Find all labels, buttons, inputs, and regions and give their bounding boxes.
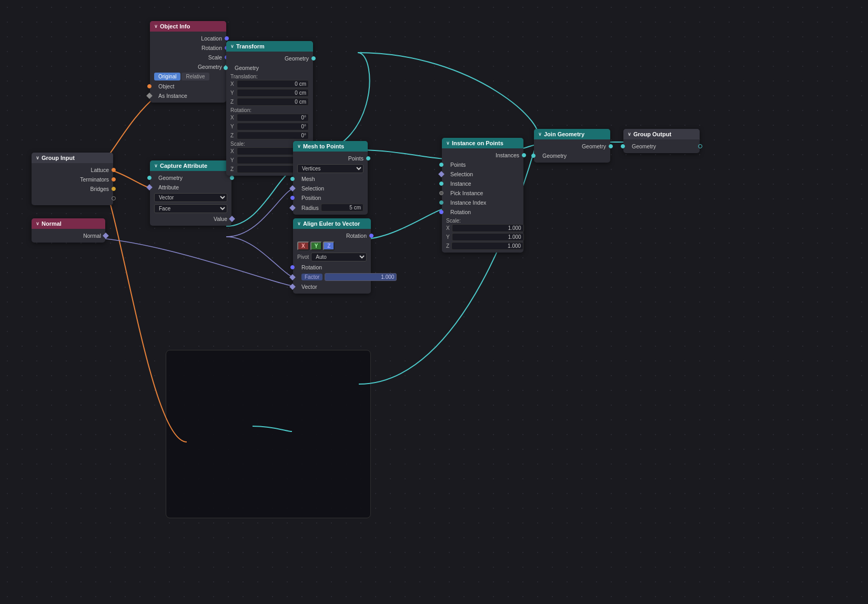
iop-sel-socket bbox=[438, 171, 444, 177]
mtp-mode-dropdown[interactable]: Vertices bbox=[297, 164, 364, 173]
go-geom-in-socket bbox=[621, 144, 625, 148]
ca-face-dropdown[interactable]: Face bbox=[154, 204, 227, 213]
oi-location-socket bbox=[225, 36, 229, 41]
rot-z-input[interactable] bbox=[237, 132, 309, 139]
iop-instances-socket bbox=[522, 153, 526, 157]
axis-y-button[interactable]: Y bbox=[310, 241, 322, 250]
trans-z-row: Z bbox=[226, 97, 313, 106]
iop-header: ∨ Instance on Points bbox=[442, 138, 523, 148]
oi-scale-row: Scale bbox=[150, 53, 226, 62]
oi-asinstance-row: As Instance bbox=[150, 91, 226, 100]
rot-x-row: X bbox=[226, 113, 313, 122]
ae-vector-row: Vector bbox=[293, 282, 371, 291]
oi-buttons: Original Relative bbox=[154, 73, 222, 80]
ae-pivot-dropdown[interactable]: Auto bbox=[311, 253, 367, 261]
ae-factor-input[interactable] bbox=[325, 273, 397, 281]
transform-geom-in: Geometry bbox=[226, 63, 313, 73]
ca-value-socket bbox=[229, 216, 235, 222]
oi-object-socket bbox=[147, 84, 152, 88]
iop-scale-x: X bbox=[442, 224, 523, 233]
mtp-mesh-socket bbox=[290, 177, 295, 181]
align-euler-header: ∨ Align Euler to Vector bbox=[293, 218, 371, 229]
align-euler-node: ∨ Align Euler to Vector Rotation X Y Z P… bbox=[293, 218, 371, 294]
iop-scale-y: Y bbox=[442, 233, 523, 241]
capture-attribute-node: ∨ Capture Attribute Geometry Attribute V… bbox=[150, 160, 231, 226]
iop-pick-row: Pick Instance bbox=[442, 188, 523, 198]
jg-geom-in-socket bbox=[531, 154, 536, 158]
ae-rotation-out: Rotation bbox=[293, 231, 371, 240]
mtp-radius-socket bbox=[289, 205, 295, 210]
iop-rotation-row: Rotation bbox=[442, 207, 523, 217]
transform-geom-out: Geometry bbox=[226, 54, 313, 63]
ae-rotation-in: Rotation bbox=[293, 263, 371, 272]
bridges-socket bbox=[112, 187, 116, 191]
relative-button[interactable]: Relative bbox=[181, 73, 209, 80]
mtp-position-row: Position bbox=[293, 193, 368, 203]
stuck-here-box: Stuck Here ∨ Object Info Location Rotati… bbox=[166, 350, 371, 518]
iop-scale-y-input[interactable] bbox=[452, 233, 524, 241]
transform-geom-in-socket bbox=[224, 66, 228, 70]
iop-selection-row: Selection bbox=[442, 169, 523, 179]
mtp-pos-socket bbox=[290, 196, 295, 200]
group-input-header: ∨ Group Input bbox=[32, 153, 113, 163]
mtp-sel-socket bbox=[289, 185, 295, 191]
group-input-terminators-row: Terminators bbox=[32, 175, 113, 184]
group-input-node: ∨ Group Input Lattuce Terminators Bridge… bbox=[32, 153, 113, 205]
oi-object-row: Object bbox=[150, 82, 226, 91]
ca-attribute-row: Attribute bbox=[150, 183, 231, 192]
mtp-radius-input[interactable] bbox=[321, 204, 364, 212]
group-input-bridges-row: Bridges bbox=[32, 184, 113, 194]
axis-buttons: X Y Z bbox=[293, 240, 371, 251]
iop-pick-socket bbox=[439, 191, 443, 195]
rot-z-row: Z bbox=[226, 131, 313, 140]
ae-factor-row: Factor bbox=[293, 272, 371, 282]
trans-x-row: X bbox=[226, 79, 313, 88]
transform-header: ∨ Transform bbox=[226, 41, 313, 52]
iop-index-row: Instance Index bbox=[442, 198, 523, 207]
object-info-top-node: ∨ Object Info Location Rotation Scale Ge… bbox=[150, 21, 226, 103]
go-geom-in: Geometry bbox=[623, 142, 700, 151]
mesh-to-points-header: ∨ Mesh to Points bbox=[293, 141, 368, 152]
normal-node: ∨ Normal Normal bbox=[32, 218, 105, 243]
mtp-points-socket bbox=[366, 156, 370, 160]
ca-vector-dropdown[interactable]: Vector bbox=[154, 193, 227, 202]
iop-index-socket bbox=[439, 200, 443, 205]
trans-y-row: Y bbox=[226, 88, 313, 97]
lattuce-socket bbox=[112, 168, 116, 172]
axis-z-button[interactable]: Z bbox=[323, 241, 335, 250]
mtp-selection-row: Selection bbox=[293, 184, 368, 193]
axis-x-button[interactable]: X bbox=[297, 241, 309, 250]
trans-y-input[interactable] bbox=[237, 89, 309, 97]
iop-points-socket bbox=[439, 163, 443, 167]
object-info-top-header: ∨ Object Info bbox=[150, 21, 226, 32]
group-input-extra-row bbox=[32, 194, 113, 203]
ae-factor-label: Factor bbox=[301, 274, 322, 280]
normal-socket bbox=[103, 233, 108, 238]
node-editor-canvas[interactable]: ∨ Group Input Lattuce Terminators Bridge… bbox=[0, 0, 868, 604]
trans-x-input[interactable] bbox=[237, 80, 309, 88]
oi-location-row: Location bbox=[150, 34, 226, 43]
trans-z-input[interactable] bbox=[237, 98, 309, 106]
join-geom-header: ∨ Join Geometry bbox=[534, 129, 610, 139]
original-button[interactable]: Original bbox=[154, 73, 180, 80]
iop-points-row: Points bbox=[442, 160, 523, 169]
go-geom-out-socket bbox=[698, 144, 702, 148]
group-output-node: ∨ Group Output Geometry bbox=[623, 129, 700, 153]
rot-y-input[interactable] bbox=[237, 123, 309, 130]
jg-geom-out: Geometry bbox=[534, 142, 610, 151]
iop-inst-socket bbox=[439, 182, 443, 186]
mtp-points-out: Points bbox=[293, 154, 368, 163]
ae-factor-socket bbox=[289, 274, 295, 280]
mtp-radius-row: Radius bbox=[293, 203, 368, 213]
iop-scale-x-input[interactable] bbox=[452, 224, 524, 232]
iop-rot-socket bbox=[439, 210, 443, 214]
iop-scale-z-input[interactable] bbox=[451, 242, 523, 250]
mtp-mesh-row: Mesh bbox=[293, 174, 368, 184]
jg-geom-out-socket bbox=[609, 144, 613, 148]
ca-geom-out-socket bbox=[230, 176, 234, 180]
ae-pivot-row: Pivot Auto bbox=[293, 251, 371, 263]
normal-output-row: Normal bbox=[32, 231, 105, 240]
group-output-header: ∨ Group Output bbox=[623, 129, 700, 139]
jg-geom-in: Geometry bbox=[534, 151, 610, 160]
rot-x-input[interactable] bbox=[237, 114, 309, 122]
